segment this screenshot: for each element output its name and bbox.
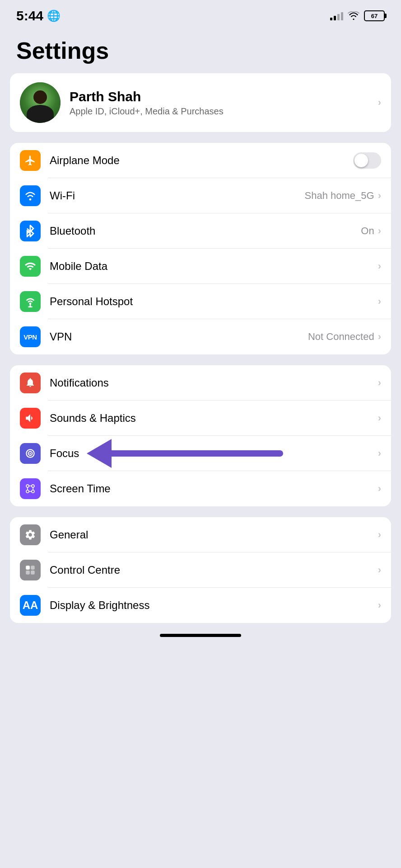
general-chevron-icon: › — [378, 529, 381, 541]
mobile-data-icon — [20, 256, 41, 277]
globe-icon: 🌐 — [47, 9, 61, 22]
battery-icon: 67 — [364, 10, 385, 21]
bluetooth-value: On — [361, 225, 374, 237]
general-icon — [20, 524, 41, 545]
display-brightness-label: Display & Brightness — [50, 599, 378, 612]
avatar — [20, 82, 61, 123]
svg-rect-7 — [29, 491, 32, 492]
settings-row-personal-hotspot[interactable]: Personal Hotspot › — [10, 284, 391, 319]
settings-row-sounds-haptics[interactable]: Sounds & Haptics › — [10, 401, 391, 436]
profile-card[interactable]: Parth Shah Apple ID, iCloud+, Media & Pu… — [10, 73, 391, 132]
status-icons: 67 — [330, 10, 385, 21]
general-label: General — [50, 528, 378, 541]
settings-row-display-brightness[interactable]: AA Display & Brightness › — [10, 588, 391, 623]
svg-rect-12 — [26, 571, 30, 575]
profile-info: Parth Shah Apple ID, iCloud+, Media & Pu… — [70, 89, 369, 117]
settings-row-mobile-data[interactable]: Mobile Data › — [10, 249, 391, 284]
wifi-status-icon — [348, 11, 359, 20]
svg-rect-11 — [31, 566, 35, 570]
svg-rect-6 — [29, 486, 32, 486]
profile-row[interactable]: Parth Shah Apple ID, iCloud+, Media & Pu… — [10, 73, 391, 132]
bluetooth-label: Bluetooth — [50, 225, 361, 237]
profile-subtitle: Apple ID, iCloud+, Media & Purchases — [70, 106, 369, 117]
settings-row-notifications[interactable]: Notifications › — [10, 365, 391, 401]
screen-time-chevron-icon: › — [378, 483, 381, 495]
wifi-label: Wi-Fi — [50, 189, 305, 202]
vpn-label: VPN — [50, 330, 308, 343]
settings-row-bluetooth[interactable]: Bluetooth On › — [10, 213, 391, 249]
wifi-chevron-icon: › — [378, 190, 381, 202]
sounds-haptics-icon — [20, 408, 41, 429]
profile-chevron-icon: › — [378, 97, 381, 108]
airplane-mode-label: Airplane Mode — [50, 154, 353, 167]
general-section: General › Control Centre › AA Display & … — [10, 517, 391, 623]
settings-row-focus[interactable]: Focus › — [10, 436, 391, 471]
time-display: 5:44 — [16, 8, 43, 24]
page-title: Settings — [0, 28, 401, 73]
svg-rect-13 — [31, 571, 35, 575]
settings-row-general[interactable]: General › — [10, 517, 391, 552]
status-time: 5:44 🌐 — [16, 8, 61, 24]
personal-hotspot-chevron-icon: › — [378, 296, 381, 307]
airplane-mode-toggle[interactable] — [353, 152, 381, 169]
screen-time-label: Screen Time — [50, 482, 378, 495]
vpn-chevron-icon: › — [378, 331, 381, 343]
status-bar: 5:44 🌐 67 — [0, 0, 401, 28]
settings-row-screen-time[interactable]: Screen Time › — [10, 471, 391, 506]
focus-label: Focus — [50, 447, 378, 460]
personal-hotspot-label: Personal Hotspot — [50, 295, 378, 308]
signal-strength-icon — [330, 11, 343, 20]
settings-row-airplane-mode[interactable]: Airplane Mode — [10, 143, 391, 178]
battery-level: 67 — [371, 13, 378, 19]
focus-icon — [20, 443, 41, 464]
notifications-label: Notifications — [50, 377, 378, 389]
connectivity-section: Airplane Mode Wi-Fi Shah home_5G › — [10, 143, 391, 354]
vpn-value: Not Connected — [308, 331, 374, 343]
notifications-chevron-icon: › — [378, 377, 381, 389]
display-brightness-icon: AA — [20, 595, 41, 616]
mobile-data-label: Mobile Data — [50, 260, 378, 273]
control-centre-label: Control Centre — [50, 564, 378, 576]
svg-point-0 — [29, 198, 32, 201]
display-brightness-chevron-icon: › — [378, 599, 381, 611]
wifi-icon — [20, 185, 41, 206]
settings-row-wifi[interactable]: Wi-Fi Shah home_5G › — [10, 178, 391, 213]
mobile-data-chevron-icon: › — [378, 260, 381, 272]
personal-hotspot-icon — [20, 291, 41, 312]
control-centre-chevron-icon: › — [378, 564, 381, 576]
sounds-haptics-chevron-icon: › — [378, 412, 381, 424]
vpn-icon: VPN — [20, 326, 41, 347]
bluetooth-chevron-icon: › — [378, 225, 381, 237]
svg-rect-8 — [27, 487, 28, 491]
svg-rect-10 — [26, 566, 30, 570]
sounds-haptics-label: Sounds & Haptics — [50, 412, 378, 425]
notifications-icon — [20, 373, 41, 393]
settings-row-control-centre[interactable]: Control Centre › — [10, 552, 391, 588]
control-centre-icon — [20, 560, 41, 580]
screen-time-icon — [20, 478, 41, 499]
airplane-mode-icon — [20, 150, 41, 171]
home-indicator — [160, 634, 241, 637]
profile-name: Parth Shah — [70, 89, 369, 104]
bluetooth-icon — [20, 221, 41, 241]
settings-row-vpn[interactable]: VPN VPN Not Connected › — [10, 319, 391, 354]
notifications-section: Notifications › Sounds & Haptics › Focus… — [10, 365, 391, 506]
wifi-value: Shah home_5G — [305, 190, 374, 202]
focus-chevron-icon: › — [378, 448, 381, 459]
svg-rect-9 — [33, 487, 33, 491]
